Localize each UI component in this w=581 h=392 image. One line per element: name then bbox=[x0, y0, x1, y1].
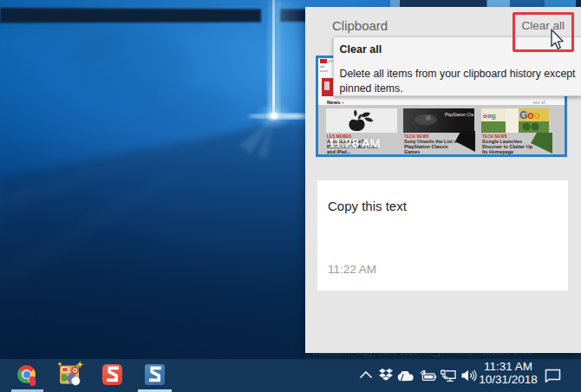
svg-text:Goo: Goo bbox=[519, 109, 540, 121]
svg-text:oog: oog bbox=[483, 112, 496, 120]
svg-text:PlayStation Cla: PlayStation Cla bbox=[445, 113, 473, 117]
